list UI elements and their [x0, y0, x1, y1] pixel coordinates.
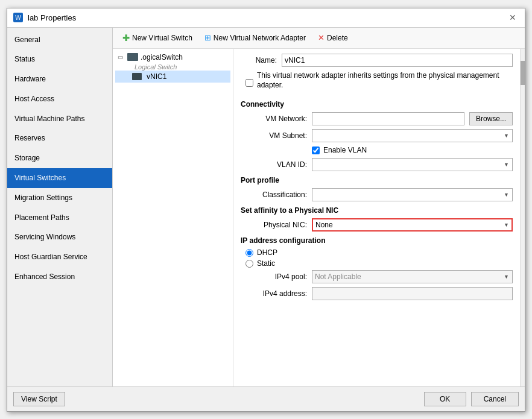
delete-icon: ✕	[318, 33, 325, 42]
switch-icon	[127, 53, 138, 61]
toolbar: ✚ New Virtual Switch ⊞ New Virtual Netwo…	[113, 28, 525, 49]
ipv4-pool-label: IPv4 pool:	[241, 273, 307, 281]
details-panel: Name: This virtual network adapter inher…	[233, 49, 520, 386]
enable-vlan-row: Enable VLAN	[307, 146, 513, 154]
name-field-label: Name:	[241, 56, 277, 65]
ipv4-address-input[interactable]	[312, 287, 513, 300]
ipv4-address-label: IPv4 address:	[241, 289, 307, 298]
sidebar-item-host-access[interactable]: Host Access	[7, 89, 112, 109]
cancel-button[interactable]: Cancel	[471, 392, 519, 406]
vm-subnet-label: VM Subnet:	[241, 131, 307, 140]
close-button[interactable]: ✕	[507, 11, 519, 24]
sidebar-item-virtual-machine-paths[interactable]: Virtual Machine Paths	[7, 109, 112, 129]
title-bar: W lab Properties ✕	[7, 8, 525, 28]
dhcp-radio[interactable]	[245, 249, 253, 257]
sidebar-item-host-guardian-service[interactable]: Host Guardian Service	[7, 247, 112, 267]
vlan-id-row: VLAN ID:	[241, 158, 513, 171]
new-virtual-network-adapter-label: New Virtual Network Adapter	[214, 34, 306, 42]
window-title: lab Properties	[28, 13, 76, 22]
dhcp-radio-row: DHCP	[241, 248, 513, 257]
new-virtual-network-adapter-button[interactable]: ⊞ New Virtual Network Adapter	[200, 31, 311, 44]
classification-label: Classification:	[241, 191, 307, 199]
name-row: Name:	[241, 54, 513, 67]
delete-label: Delete	[327, 34, 348, 42]
physical-nic-row: Physical NIC: None	[241, 218, 513, 232]
properties-window: W lab Properties ✕ General Status Hardwa…	[7, 8, 525, 412]
details-scrollbar[interactable]	[520, 49, 525, 386]
window-body: General Status Hardware Host Access Virt…	[7, 28, 525, 386]
vnic1-name: vNIC1	[147, 72, 166, 81]
logical-switch-name: .ogicalSwitch	[141, 53, 183, 61]
tree-item-logical-switch[interactable]: ▭ .ogicalSwitch	[115, 51, 230, 63]
sidebar-item-storage[interactable]: Storage	[7, 148, 112, 168]
enable-vlan-label: Enable VLAN	[323, 146, 367, 154]
ok-button[interactable]: OK	[424, 392, 466, 406]
ip-address-header: IP address configuration	[241, 236, 513, 245]
sidebar-item-reserves[interactable]: Reserves	[7, 128, 112, 148]
tree-panel: ▭ .ogicalSwitch Logical Switch vNIC1	[113, 49, 233, 386]
sidebar: General Status Hardware Host Access Virt…	[7, 28, 113, 386]
dhcp-label: DHCP	[257, 248, 277, 257]
plus-icon: ✚	[122, 33, 130, 43]
ipv4-pool-row: IPv4 pool: Not Applicable	[241, 270, 513, 283]
sidebar-item-enhanced-session[interactable]: Enhanced Session	[7, 267, 112, 287]
name-input[interactable]	[282, 54, 513, 67]
sidebar-item-hardware[interactable]: Hardware	[7, 69, 112, 89]
vlan-id-label: VLAN ID:	[241, 160, 307, 169]
delete-button[interactable]: ✕ Delete	[313, 31, 353, 44]
logical-switch-sublabel: Logical Switch	[115, 63, 230, 71]
vm-network-label: VM Network:	[241, 115, 307, 123]
title-bar-left: W lab Properties	[13, 13, 76, 22]
sidebar-item-general[interactable]: General	[7, 30, 112, 50]
tree-item-vnic1[interactable]: vNIC1	[115, 71, 230, 83]
sidebar-item-status[interactable]: Status	[7, 49, 112, 69]
main-content: ✚ New Virtual Switch ⊞ New Virtual Netwo…	[113, 28, 525, 386]
vm-network-row: VM Network: Browse...	[241, 112, 513, 125]
sidebar-item-servicing-windows[interactable]: Servicing Windows	[7, 227, 112, 247]
physical-nic-select[interactable]: None	[312, 218, 513, 232]
new-virtual-switch-button[interactable]: ✚ New Virtual Switch	[118, 31, 197, 45]
ipv4-address-row: IPv4 address:	[241, 287, 513, 300]
sidebar-item-virtual-switches[interactable]: Virtual Switches	[7, 168, 112, 188]
bottom-right-buttons: OK Cancel	[424, 392, 519, 406]
network-icon: ⊞	[204, 33, 211, 42]
ipv4-pool-select[interactable]: Not Applicable	[312, 270, 513, 283]
vm-subnet-select[interactable]	[312, 129, 513, 142]
browse-button[interactable]: Browse...	[469, 112, 513, 125]
new-virtual-switch-label: New Virtual Switch	[132, 34, 192, 42]
classification-select[interactable]	[312, 188, 513, 201]
scroll-thumb[interactable]	[521, 61, 525, 85]
port-profile-header: Port profile	[241, 176, 513, 184]
window-icon: W	[13, 13, 23, 22]
view-script-button[interactable]: View Script	[13, 392, 65, 406]
static-radio[interactable]	[245, 260, 253, 268]
vm-subnet-row: VM Subnet:	[241, 129, 513, 142]
vm-network-input[interactable]	[312, 112, 464, 125]
inherits-label: This virtual network adapter inherits se…	[257, 71, 513, 91]
static-radio-row: Static	[241, 259, 513, 268]
vnic-icon	[132, 73, 142, 80]
classification-row: Classification:	[241, 188, 513, 201]
sidebar-item-placement-paths[interactable]: Placement Paths	[7, 208, 112, 228]
inherits-checkbox[interactable]	[245, 79, 253, 87]
static-label: Static	[257, 259, 275, 268]
vlan-id-select[interactable]	[312, 158, 513, 171]
connectivity-header: Connectivity	[241, 100, 513, 109]
set-affinity-header: Set affinity to a Physical NIC	[241, 206, 513, 215]
physical-nic-label: Physical NIC:	[241, 221, 307, 229]
content-area: ▭ .ogicalSwitch Logical Switch vNIC1 Nam…	[113, 49, 525, 386]
enable-vlan-checkbox[interactable]	[312, 146, 320, 154]
sidebar-item-migration-settings[interactable]: Migration Settings	[7, 188, 112, 208]
inherits-row: This virtual network adapter inherits se…	[241, 71, 513, 96]
tree-toggle[interactable]: ▭	[118, 54, 125, 60]
bottom-bar: View Script OK Cancel	[7, 386, 525, 411]
